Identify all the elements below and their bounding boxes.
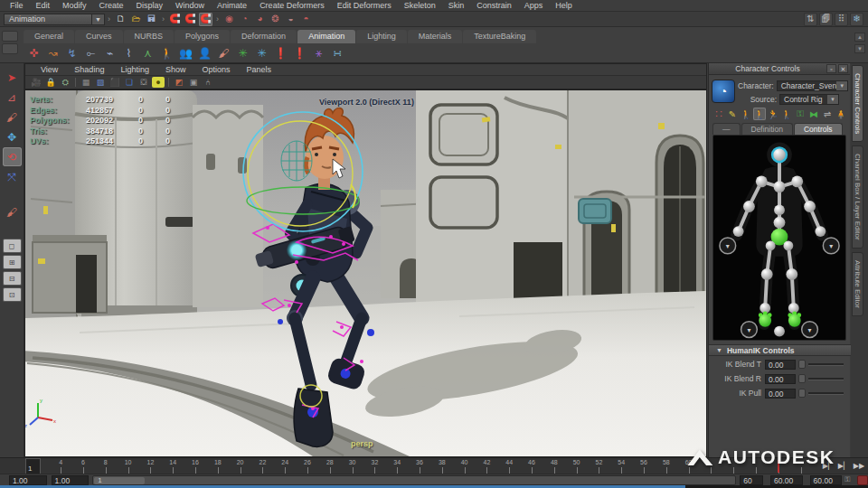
shelf-tab-general[interactable]: General — [24, 30, 74, 43]
shelf-tab-polygons[interactable]: Polygons — [175, 30, 230, 43]
new-scene-icon[interactable]: 🗋 — [114, 13, 127, 26]
layout-hypershade[interactable]: ⊡ — [3, 287, 22, 302]
ik-bone-icon[interactable]: ⌁ — [101, 45, 118, 62]
animation-end-field[interactable]: 60.00 — [770, 475, 803, 485]
select-tool[interactable]: ➤ — [3, 68, 22, 87]
select-camera-icon[interactable]: 🎥 — [30, 77, 42, 88]
left-foot-joint[interactable] — [759, 311, 772, 326]
shelf-tab-animation[interactable]: Animation — [297, 30, 355, 43]
lower-spine-joint[interactable] — [774, 217, 786, 229]
tab-[interactable]: — — [712, 123, 741, 135]
lasso-key-icon[interactable]: ↯ — [63, 45, 80, 62]
right-shoulder-joint[interactable] — [791, 175, 803, 187]
source-select[interactable]: Control Rig ▼ — [779, 94, 839, 105]
left-elbow-joint[interactable] — [743, 201, 755, 212]
viewport-menu-lighting[interactable]: Lighting — [112, 65, 157, 74]
camera-attrs-icon[interactable]: ⛭ — [59, 77, 71, 88]
slider-knob[interactable] — [798, 374, 806, 383]
hik-ghost-icon[interactable]: 🚶 — [780, 108, 793, 120]
open-scene-icon[interactable]: 🗁 — [129, 13, 143, 26]
right-elbow-joint[interactable] — [804, 201, 816, 212]
constraint-axis-icon[interactable]: ⚹ — [310, 45, 327, 62]
rotate-tool[interactable]: ⟲ — [3, 147, 22, 166]
history-icon[interactable]: ◕ — [253, 13, 267, 26]
hik-pen-icon[interactable]: ✎ — [726, 108, 739, 120]
skeleton-icon[interactable]: 🚶 — [158, 45, 175, 62]
viewport-menu-view[interactable]: View — [33, 65, 66, 74]
head-joint[interactable] — [772, 147, 787, 162]
joint-xray-icon[interactable]: ⑃ — [202, 77, 214, 88]
menu-display[interactable]: Display — [130, 0, 170, 12]
character-select[interactable]: Character_Sven ▼ — [777, 80, 848, 91]
hik-bodypart-icon[interactable]: 🧍 — [835, 108, 847, 120]
shelf-tab-lighting[interactable]: Lighting — [356, 30, 407, 43]
character-icon[interactable]: 👤 — [196, 45, 213, 62]
layout-single-pane[interactable]: ◻ — [3, 239, 22, 253]
humanik-param-value[interactable]: 0.00 — [765, 374, 796, 384]
grid-list-icon[interactable]: ⠿ — [835, 13, 848, 26]
side-tab-attribute-editor[interactable]: Attribute Editor — [852, 252, 863, 316]
layout-four-pane[interactable]: ⊞ — [3, 255, 22, 269]
hik-definition-icon[interactable]: 🚶 — [753, 108, 766, 120]
shelf-scroll-buttons[interactable]: ▲▼ — [854, 33, 865, 53]
left-knee-joint[interactable] — [761, 268, 773, 280]
shelf-tab-texturebaking[interactable]: TextureBaking — [463, 30, 536, 43]
slider-knob[interactable] — [798, 360, 806, 369]
auto-key-icon[interactable] — [857, 475, 868, 485]
construction-icon[interactable]: ❂ — [269, 13, 282, 26]
right-hand-joint[interactable] — [815, 226, 826, 237]
snap-point-icon[interactable]: 🧲 — [199, 13, 212, 26]
lighting-icon[interactable]: ● — [152, 77, 165, 88]
close-icon[interactable]: ✕ — [838, 64, 848, 73]
menu-modify[interactable]: Modify — [56, 0, 93, 12]
ik-handle-icon[interactable]: ✳ — [234, 45, 251, 62]
input-ops-icon[interactable]: ◉ — [222, 13, 236, 26]
menu-edit[interactable]: Edit — [30, 0, 57, 12]
output-ops-icon[interactable]: ◔ — [238, 13, 251, 26]
viewport-menu-show[interactable]: Show — [157, 65, 194, 74]
current-frame-marker[interactable]: 1 — [25, 458, 41, 474]
viewport-menu-panels[interactable]: Panels — [238, 65, 279, 74]
playback-start-field[interactable]: 1.00 — [52, 475, 90, 485]
left-hip-joint[interactable] — [766, 240, 776, 250]
layout-persp-outliner[interactable]: ⊟ — [3, 271, 22, 286]
right-foot-joint[interactable] — [788, 311, 801, 326]
humanik-section-header[interactable]: ▼ HumanIK Controls — [709, 344, 851, 356]
humanik-param-slider[interactable] — [808, 363, 844, 366]
side-tab-channel-box-layer-editor[interactable]: Channel Box / Layer Editor — [852, 145, 863, 249]
snap-curve-icon[interactable]: 🧲 — [184, 13, 197, 26]
humanik-param-value[interactable]: 0.00 — [765, 360, 796, 370]
lock-camera-icon[interactable]: 🔒 — [44, 77, 57, 88]
textured-icon[interactable]: ❏ — [123, 77, 136, 88]
character-controls-titlebar[interactable]: Character Controls ▫ ✕ — [709, 63, 850, 75]
humanik-param-slider[interactable] — [808, 378, 844, 380]
spine-joint[interactable] — [774, 205, 785, 216]
right-knee-joint[interactable] — [786, 268, 797, 280]
hik-swap-icon[interactable]: ⇌ — [821, 108, 834, 120]
menu-edit-deformers[interactable]: Edit Deformers — [331, 0, 398, 12]
snap-grid-icon[interactable]: 🧲 — [168, 13, 182, 26]
right-hip-joint[interactable] — [783, 240, 793, 250]
set-key-icon[interactable]: ⚿ — [844, 475, 855, 484]
humanik-param-slider[interactable] — [808, 392, 844, 395]
viewport-menu-options[interactable]: Options — [193, 65, 238, 74]
clipboard-icon[interactable]: 🗐 — [819, 13, 833, 26]
paint-select-tool[interactable]: 🖌 — [3, 108, 22, 127]
checker-icon[interactable]: ⛋ — [137, 77, 150, 88]
menu-window[interactable]: Window — [169, 0, 211, 12]
go-to-end-button[interactable]: ▶▶ — [852, 459, 866, 473]
left-hand-joint[interactable] — [733, 226, 744, 237]
help-line-icon[interactable]: ❄ — [850, 13, 863, 26]
ipr-icon[interactable]: ◓ — [299, 13, 313, 26]
slider-knob[interactable] — [798, 389, 806, 398]
menu-skeleton[interactable]: Skeleton — [398, 0, 442, 12]
reference-joint[interactable] — [774, 326, 785, 337]
undock-icon[interactable]: ▫ — [826, 64, 836, 73]
hik-mirror-icon[interactable]: ⧓ — [807, 108, 820, 120]
side-tab-character-controls[interactable]: Character Controls — [852, 65, 863, 142]
menu-apps[interactable]: Apps — [518, 0, 550, 12]
menu-create-deformers[interactable]: Create Deformers — [253, 0, 331, 12]
ik-chain-icon[interactable]: ⌇ — [120, 45, 137, 62]
save-scene-icon[interactable]: 🖬 — [145, 13, 158, 26]
chest-joint[interactable] — [774, 181, 786, 192]
